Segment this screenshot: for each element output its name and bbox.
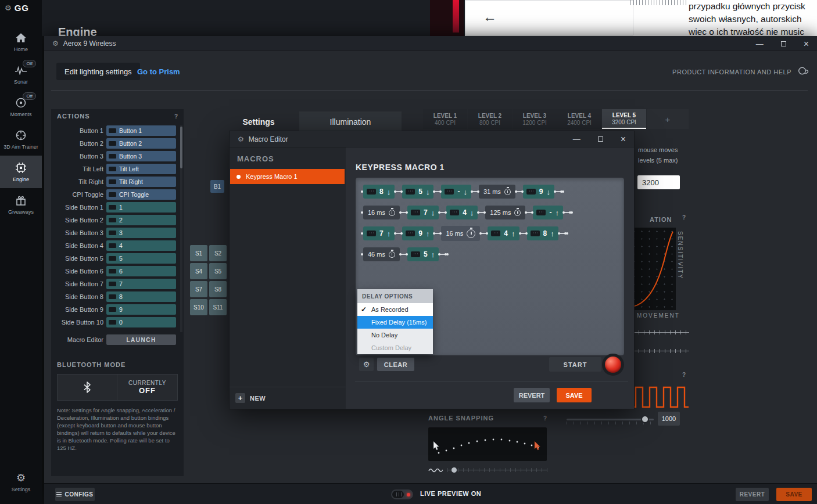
action-value-button[interactable]: 7 [106, 279, 176, 289]
macro-key-chip[interactable]: -↑ [533, 206, 563, 219]
delay-option[interactable]: Fixed Delay (15ms) [357, 316, 433, 329]
tab-settings[interactable]: Settings [218, 111, 299, 132]
live-preview-toggle[interactable] [391, 489, 413, 499]
side-button-s8[interactable]: S8 [209, 281, 227, 297]
sidebar-item-aim-trainer[interactable]: 3D Aim Trainer [0, 123, 42, 156]
macro-key-chip[interactable]: 9↓ [523, 185, 554, 199]
window-titlebar[interactable]: ⚙ Aerox 9 Wireless — × [44, 36, 817, 51]
macro-key-chip[interactable]: 5↓ [402, 185, 433, 199]
macro-delay-chip[interactable]: 31 ms [479, 185, 515, 199]
cpi-value-input[interactable]: 3200 [637, 175, 680, 189]
action-value-button[interactable]: Tilt Right [106, 177, 176, 187]
launch-macro-editor-button[interactable]: LAUNCH [106, 334, 176, 345]
action-value-button[interactable]: 9 [106, 304, 176, 315]
new-macro-button[interactable]: + NEW [230, 387, 346, 409]
macro-save-button[interactable]: SAVE [557, 388, 592, 402]
start-button[interactable]: START [549, 357, 601, 372]
macro-settings-button[interactable]: ⚙ [359, 358, 374, 371]
side-button-s10[interactable]: S10 [190, 299, 207, 315]
macro-delay-chip[interactable]: 16 ms [363, 206, 400, 219]
save-button[interactable]: SAVE [776, 488, 812, 501]
macro-delay-chip[interactable]: 46 ms [363, 247, 400, 261]
action-value-button[interactable]: 0 [106, 317, 176, 327]
sidebar-item-settings[interactable]: ⚙ Settings [0, 466, 42, 498]
side-button-s7[interactable]: S7 [190, 281, 207, 297]
angle-snapping-help-icon[interactable]: ? [543, 415, 547, 422]
action-value-button[interactable]: 8 [106, 291, 176, 302]
side-button-s4[interactable]: S4 [190, 263, 207, 279]
cpi-level-tab[interactable]: LEVEL 1400 CPI [423, 109, 467, 129]
action-value-button[interactable]: 4 [106, 240, 176, 251]
product-info-link[interactable]: PRODUCT INFORMATION AND HELP [672, 69, 791, 75]
macro-key-chip[interactable]: 4↓ [446, 206, 478, 219]
action-value-button[interactable]: 6 [106, 266, 176, 276]
clear-button[interactable]: CLEAR [377, 358, 414, 371]
macro-key-chip[interactable]: 9↑ [402, 226, 433, 240]
polling-help-icon[interactable]: ? [682, 372, 686, 378]
sidebar-item-home[interactable]: Home [0, 26, 42, 58]
sidebar-item-engine[interactable]: Engine [0, 156, 42, 188]
actions-help-icon[interactable]: ? [174, 113, 178, 120]
browser-text: przypadku głównych przyciskswoich własny… [689, 0, 817, 38]
cpi-level-tab[interactable]: LEVEL 42400 CPI [557, 109, 601, 129]
side-button-s11[interactable]: S11 [209, 299, 227, 315]
action-value-button[interactable]: 2 [106, 215, 176, 225]
macro-delay-chip[interactable]: 125 ms [485, 206, 525, 219]
macro-key-chip[interactable]: 4↑ [488, 226, 519, 240]
go-to-prism-link[interactable]: Go to Prism [137, 67, 180, 76]
slider-handle[interactable] [451, 467, 457, 473]
record-button[interactable] [602, 354, 624, 376]
setting-slider-1[interactable] [633, 329, 689, 335]
delay-option[interactable]: No Delay [357, 329, 433, 341]
sidebar-item-moments[interactable]: OffMoments [0, 91, 42, 123]
maximize-button[interactable] [781, 41, 786, 46]
macro-delay-chip[interactable]: 16 ms [441, 226, 480, 241]
slider-handle[interactable] [641, 415, 649, 423]
actions-scrollbar[interactable] [180, 125, 182, 332]
scrollbar-thumb[interactable] [180, 127, 182, 168]
configs-button[interactable]: CONFIGS [55, 488, 95, 501]
acceleration-help-icon[interactable]: ? [682, 214, 686, 221]
macro-revert-button[interactable]: REVERT [514, 388, 550, 402]
mouse-button-b1[interactable]: B1 [210, 180, 224, 193]
action-value-button[interactable]: Button 1 [106, 125, 176, 136]
action-value-button[interactable]: 5 [106, 253, 176, 264]
action-value-button[interactable]: Button 3 [106, 151, 176, 161]
angle-snapping-slider[interactable] [447, 466, 547, 474]
cpi-level-tab[interactable]: LEVEL 2800 CPI [468, 109, 512, 129]
macro-key-chip[interactable]: 5↑ [407, 247, 439, 261]
minimize-button[interactable]: — [573, 135, 580, 143]
delay-option[interactable]: ✓As Recorded [357, 303, 433, 316]
add-cpi-level-button[interactable]: + [647, 109, 689, 129]
support-icon[interactable] [798, 66, 809, 78]
sidebar-item-sonar[interactable]: OffSonar [0, 58, 42, 91]
cpi-level-tab[interactable]: LEVEL 31200 CPI [513, 109, 557, 129]
polling-rate-slider[interactable] [567, 415, 654, 425]
macro-key-chip[interactable]: 7↑ [363, 226, 395, 240]
close-button[interactable]: × [621, 135, 626, 143]
minimize-button[interactable]: — [756, 40, 764, 48]
macro-key-chip[interactable]: 8↑ [527, 226, 558, 240]
macro-key-chip[interactable]: -↓ [441, 185, 471, 199]
revert-button[interactable]: REVERT [736, 488, 769, 501]
cpi-level-tab[interactable]: LEVEL 53200 CPI [602, 109, 646, 129]
action-value-button[interactable]: 3 [106, 228, 176, 238]
maximize-button[interactable] [598, 136, 603, 142]
macro-key-chip[interactable]: 7↓ [407, 206, 439, 219]
tab-illumination[interactable]: Illumination [299, 111, 402, 132]
side-button-s2[interactable]: S2 [209, 245, 227, 261]
macro-list-item-selected[interactable]: Keypress Macro 1 [230, 169, 345, 184]
delay-label: 31 ms [483, 188, 501, 195]
action-value-button[interactable]: 1 [106, 202, 176, 213]
action-value-button[interactable]: Tilt Left [106, 164, 176, 174]
sidebar-item-giveaways[interactable]: Giveaways [0, 188, 42, 221]
action-value-button[interactable]: CPI Toggle [106, 189, 176, 200]
back-arrow-icon[interactable]: ← [483, 9, 497, 25]
macro-key-chip[interactable]: 8↓ [363, 185, 395, 199]
side-button-s1[interactable]: S1 [190, 245, 207, 261]
setting-slider-2[interactable] [633, 348, 689, 354]
action-value-button[interactable]: Button 2 [106, 138, 176, 149]
dialog-titlebar[interactable]: ⚙ Macro Editor — × [230, 131, 634, 147]
side-button-s5[interactable]: S5 [209, 263, 227, 279]
close-button[interactable]: × [804, 40, 809, 48]
